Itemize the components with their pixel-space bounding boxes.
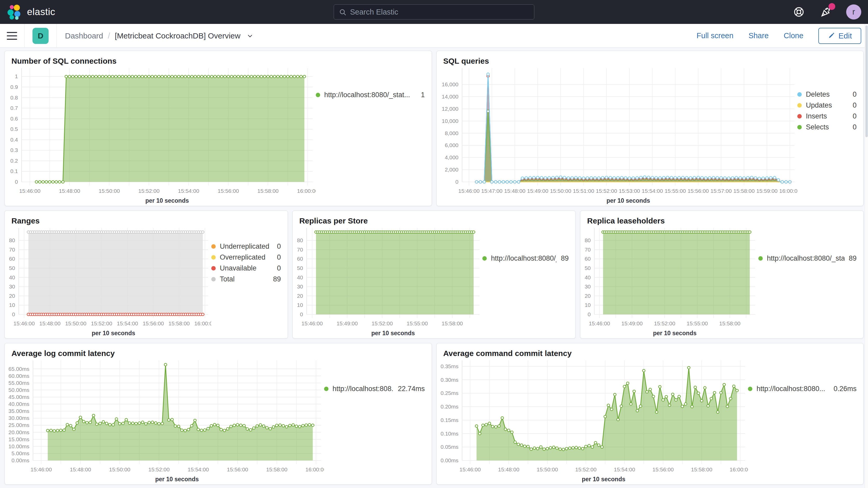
- legend-item[interactable]: Deletes 0: [797, 89, 857, 100]
- svg-text:1: 1: [15, 73, 18, 79]
- svg-text:0.20ms: 0.20ms: [440, 403, 458, 409]
- chart-log-commit-latency[interactable]: 0.00ms5.00ms10.00ms15.00ms20.00ms25.00ms…: [7, 358, 324, 483]
- chart-command-commit-latency[interactable]: 0.00ms0.05ms0.10ms0.15ms0.20ms0.25ms0.30…: [439, 358, 748, 483]
- svg-text:40: 40: [297, 274, 303, 280]
- legend-item[interactable]: Unavailable 0: [211, 263, 281, 274]
- legend-item[interactable]: Updates 0: [797, 100, 857, 111]
- legend-dot: [797, 92, 802, 97]
- legend-item[interactable]: Total 89: [211, 274, 281, 284]
- svg-text:per 10 seconds: per 10 seconds: [92, 330, 135, 336]
- scrollbar-thumb[interactable]: [865, 26, 868, 137]
- legend-item[interactable]: http://localhost:8080/_sta... 89: [482, 253, 569, 264]
- svg-text:4,000: 4,000: [445, 154, 458, 160]
- legend-value: 0: [852, 112, 857, 120]
- svg-text:15:51:00: 15:51:00: [573, 188, 594, 194]
- svg-text:per 10 seconds: per 10 seconds: [606, 197, 650, 204]
- svg-text:10: 10: [9, 302, 15, 308]
- svg-text:16:00:00: 16:00:00: [305, 466, 324, 472]
- search-input[interactable]: [334, 4, 534, 20]
- svg-text:0.6: 0.6: [10, 116, 18, 122]
- panel-title: SQL queries: [437, 51, 864, 65]
- elastic-logo-icon[interactable]: [7, 4, 23, 20]
- breadcrumb-dashboard[interactable]: Dashboard: [65, 31, 103, 40]
- svg-text:50: 50: [585, 265, 591, 271]
- svg-text:per 10 seconds: per 10 seconds: [371, 330, 414, 336]
- brand-name: elastic: [27, 6, 55, 18]
- legend-value: 22.74ms: [398, 385, 425, 393]
- svg-text:15:55:00: 15:55:00: [687, 321, 708, 326]
- share-button[interactable]: Share: [748, 31, 769, 40]
- legend-item[interactable]: http://localhost:808... 22.74ms: [324, 383, 425, 394]
- svg-text:15:58:00: 15:58:00: [441, 321, 463, 326]
- svg-text:15:54:00: 15:54:00: [642, 188, 663, 194]
- legend-value: 89: [273, 275, 281, 283]
- legend-item[interactable]: Overreplicated 0: [211, 252, 281, 263]
- panel-title: Number of SQL connections: [5, 51, 432, 65]
- legend-item[interactable]: Inserts 0: [797, 111, 857, 122]
- chevron-down-icon[interactable]: [247, 32, 253, 39]
- pencil-icon: [828, 32, 835, 39]
- panel-ranges: Ranges 0102030405060708015:46:0015:48:00…: [4, 211, 288, 339]
- chart-replica-leaseholders[interactable]: 0102030405060708015:46:0015:49:0015:52:0…: [583, 225, 758, 337]
- legend-label: Unavailable: [220, 264, 273, 272]
- svg-text:16:00:00: 16:00:00: [730, 466, 748, 472]
- svg-text:0: 0: [588, 311, 591, 317]
- menu-button[interactable]: [7, 32, 17, 40]
- panel-title: Average log commit latency: [5, 343, 432, 358]
- legend-label: Underreplicated: [220, 242, 273, 250]
- edit-button[interactable]: Edit: [818, 28, 861, 44]
- svg-text:15:48:00: 15:48:00: [70, 466, 91, 472]
- svg-text:0.35ms: 0.35ms: [440, 363, 458, 369]
- svg-text:70: 70: [9, 247, 15, 252]
- svg-text:80: 80: [585, 237, 591, 243]
- svg-text:0.00ms: 0.00ms: [440, 457, 458, 463]
- svg-text:30: 30: [9, 283, 15, 289]
- svg-text:6,000: 6,000: [445, 142, 458, 148]
- legend-label: http://localhost:8080/_sta...: [491, 254, 557, 263]
- legend-label: Deletes: [806, 90, 848, 98]
- svg-text:15:49:00: 15:49:00: [621, 321, 643, 326]
- legend-dot: [324, 387, 329, 391]
- legend-value: 0: [277, 264, 281, 272]
- legend-item[interactable]: http://localhost:8080/_sta... 89: [758, 253, 857, 264]
- svg-text:15:46:00: 15:46:00: [31, 466, 52, 472]
- svg-text:15:46:00: 15:46:00: [19, 188, 40, 194]
- dashboard-badge[interactable]: D: [32, 28, 49, 44]
- svg-text:15:52:00: 15:52:00: [91, 321, 112, 326]
- full-screen-button[interactable]: Full screen: [696, 31, 733, 40]
- legend-label: http://localhost:8080/_stat...: [324, 91, 417, 99]
- page-scrollbar[interactable]: [865, 24, 868, 488]
- svg-text:0.9: 0.9: [10, 84, 18, 90]
- svg-text:15:47:00: 15:47:00: [481, 188, 502, 194]
- legend-item[interactable]: http://localhost:8080... 0.26ms: [748, 383, 857, 394]
- legend-item[interactable]: Underreplicated 0: [211, 241, 281, 252]
- legend-label: Total: [220, 275, 269, 283]
- chart-replicas-per-store[interactable]: 0102030405060708015:46:0015:49:0015:52:0…: [295, 225, 483, 337]
- svg-text:14,000: 14,000: [441, 94, 458, 99]
- svg-text:15:48:00: 15:48:00: [498, 466, 519, 472]
- svg-text:10: 10: [297, 302, 303, 308]
- chart-sql-connections[interactable]: 00.10.20.30.40.50.60.70.80.9115:46:0015:…: [7, 65, 316, 205]
- svg-text:15:59:00: 15:59:00: [756, 188, 778, 194]
- legend-item[interactable]: Selects 0: [797, 122, 857, 132]
- svg-text:16:00:00: 16:00:00: [194, 321, 211, 326]
- svg-text:15:54:00: 15:54:00: [188, 466, 209, 472]
- svg-text:15:52:00: 15:52:00: [148, 466, 170, 472]
- svg-text:50: 50: [9, 265, 15, 271]
- svg-text:10: 10: [585, 302, 591, 308]
- legend-item[interactable]: http://localhost:8080/_stat... 1: [316, 89, 425, 100]
- svg-text:45.00ms: 45.00ms: [8, 394, 29, 400]
- svg-text:20: 20: [9, 293, 15, 299]
- legend-dot: [797, 125, 802, 129]
- svg-text:15:55:00: 15:55:00: [406, 321, 428, 326]
- chart-sql-queries[interactable]: 02,0004,0006,0008,00010,00012,00014,0001…: [439, 65, 798, 205]
- whats-new-button[interactable]: [819, 5, 833, 19]
- svg-text:60.00ms: 60.00ms: [8, 373, 29, 379]
- svg-text:15:50:00: 15:50:00: [65, 321, 87, 326]
- legend-label: http://localhost:8080...: [756, 385, 829, 393]
- help-button[interactable]: [792, 5, 806, 19]
- user-avatar[interactable]: r: [846, 4, 861, 20]
- clone-button[interactable]: Clone: [784, 31, 804, 40]
- svg-text:15:56:00: 15:56:00: [227, 466, 248, 472]
- chart-ranges[interactable]: 0102030405060708015:46:0015:48:0015:50:0…: [7, 225, 211, 337]
